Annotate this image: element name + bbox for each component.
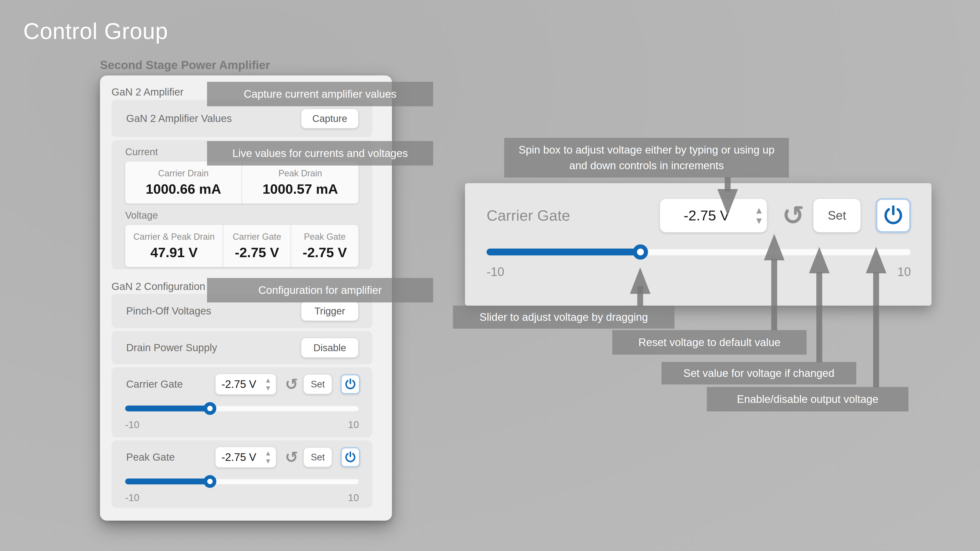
slider-max-label: 10 xyxy=(348,492,359,503)
reading-caption: Carrier Gate xyxy=(233,232,281,242)
voltage-group-label: Voltage xyxy=(125,210,372,221)
detail-carrier-gate-label: Carrier Gate xyxy=(487,207,660,224)
callout-configuration: Configuration for amplifier xyxy=(207,278,433,302)
disable-button[interactable]: Disable xyxy=(301,338,359,358)
peak-drain-cell: Peak Drain 1000.57 mA xyxy=(242,161,358,203)
slider-fill xyxy=(125,478,210,484)
carrier-gate-card: Carrier Gate -2.75 V ▲ ▼ ↺ Set -10 xyxy=(111,367,372,437)
power-icon xyxy=(882,204,905,227)
power-annotation-arrowhead xyxy=(866,247,886,273)
reading-value: -2.75 V xyxy=(235,245,279,260)
voltage-readings-grid: Carrier & Peak Drain 47.91 V Carrier Gat… xyxy=(125,225,358,267)
spin-up-icon[interactable]: ▲ xyxy=(265,450,272,457)
set-annotation-arrowhead xyxy=(809,247,830,273)
power-toggle-button[interactable] xyxy=(340,374,360,394)
carrier-peak-drain-cell: Carrier & Peak Drain 47.91 V xyxy=(125,225,223,267)
callout-slider: Slider to adjust voltage by dragging xyxy=(453,306,675,329)
spinbox-value[interactable]: -2.75 V xyxy=(660,207,753,224)
set-annotation-arrow xyxy=(816,272,822,362)
callout-set: Set value for voltage if changed xyxy=(662,362,856,384)
carrier-gate-detail-panel: Carrier Gate -2.75 V ▲ ▼ ↺ Set -10 10 xyxy=(465,183,931,306)
reading-caption: Carrier Drain xyxy=(158,168,208,178)
spin-down-icon[interactable]: ▼ xyxy=(265,458,272,465)
spin-up-icon[interactable]: ▲ xyxy=(754,206,764,215)
detail-set-button[interactable]: Set xyxy=(813,198,861,233)
spinbox-annotation-arrowhead xyxy=(718,189,738,216)
capture-button[interactable]: Capture xyxy=(301,108,359,129)
callout-reset: Reset voltage to default value xyxy=(612,330,807,355)
callout-live-values: Live values for currents and voltages xyxy=(207,141,433,165)
carrier-gate-label: Carrier Gate xyxy=(126,378,215,390)
reading-caption: Carrier & Peak Drain xyxy=(133,232,215,242)
carrier-drain-cell: Carrier Drain 1000.66 mA xyxy=(125,161,242,203)
slider-fill xyxy=(487,249,640,256)
slider-min-label: -10 xyxy=(125,492,139,503)
slider-min-label: -10 xyxy=(487,265,504,279)
slider-thumb[interactable] xyxy=(204,402,216,415)
slider-max-label: 10 xyxy=(897,265,911,279)
carrier-gate-spinbox[interactable]: -2.75 V ▲ ▼ xyxy=(215,374,276,395)
callout-enable: Enable/disable output voltage xyxy=(707,387,908,411)
current-readings-grid: Carrier Drain 1000.66 mA Peak Drain 1000… xyxy=(125,161,358,203)
slider-fill xyxy=(125,405,210,411)
peak-gate-cell: Peak Gate -2.75 V xyxy=(291,225,358,267)
reset-annotation-arrow xyxy=(771,259,777,330)
page-title: Control Group xyxy=(23,18,168,44)
values-row-label: GaN 2 Amplifier Values xyxy=(126,113,301,124)
callout-capture: Capture current amplifier values xyxy=(207,82,433,106)
reset-icon[interactable]: ↺ xyxy=(280,448,303,466)
slider-thumb[interactable] xyxy=(204,475,216,488)
drain-supply-card: Drain Power Supply Disable xyxy=(111,331,372,364)
power-toggle-button[interactable] xyxy=(340,447,360,467)
section-gan2-configuration: GaN 2 Configuration xyxy=(111,281,205,292)
panel-subtitle: Second Stage Power Amplifier xyxy=(100,58,270,72)
peak-gate-label: Peak Gate xyxy=(126,451,215,463)
reset-annotation-arrowhead xyxy=(764,234,784,260)
reset-icon[interactable]: ↺ xyxy=(280,375,303,393)
power-icon xyxy=(344,451,357,464)
spinbox-value[interactable]: -2.75 V xyxy=(216,378,262,391)
set-button[interactable]: Set xyxy=(303,447,332,467)
carrier-gate-cell: Carrier Gate -2.75 V xyxy=(223,225,291,267)
detail-voltage-slider[interactable] xyxy=(487,245,911,259)
reading-value: 1000.66 mA xyxy=(146,181,221,197)
reset-icon[interactable]: ↺ xyxy=(774,200,813,231)
set-button[interactable]: Set xyxy=(303,374,332,394)
reading-value: 1000.57 mA xyxy=(262,181,338,197)
spin-down-icon[interactable]: ▼ xyxy=(754,216,764,225)
spinbox-value[interactable]: -2.75 V xyxy=(216,451,262,463)
drain-supply-label: Drain Power Supply xyxy=(126,342,301,354)
power-icon xyxy=(344,378,357,391)
spin-up-icon[interactable]: ▲ xyxy=(265,377,272,384)
slider-max-label: 10 xyxy=(348,419,359,430)
slider-min-label: -10 xyxy=(125,419,139,430)
peak-gate-card: Peak Gate -2.75 V ▲ ▼ ↺ Set -10 xyxy=(111,440,372,508)
spin-down-icon[interactable]: ▼ xyxy=(265,385,272,392)
detail-voltage-spinbox[interactable]: -2.75 V ▲ ▼ xyxy=(660,198,767,233)
slider-thumb[interactable] xyxy=(633,245,648,260)
carrier-gate-slider[interactable] xyxy=(125,402,359,415)
callout-spinbox: Spin box to adjust voltage either by typ… xyxy=(504,138,789,178)
reading-caption: Peak Gate xyxy=(304,232,346,242)
reading-value: -2.75 V xyxy=(302,245,347,260)
peak-gate-slider[interactable] xyxy=(125,475,359,488)
slider-annotation-arrowhead xyxy=(630,267,651,294)
pinchoff-label: Pinch-Off Voltages xyxy=(126,305,301,317)
reading-caption: Peak Drain xyxy=(278,168,322,178)
trigger-button[interactable]: Trigger xyxy=(301,301,359,321)
section-gan2-amplifier: GaN 2 Amplifier xyxy=(111,86,183,98)
peak-gate-spinbox[interactable]: -2.75 V ▲ ▼ xyxy=(215,447,276,468)
power-annotation-arrow xyxy=(873,272,879,387)
detail-power-toggle-button[interactable] xyxy=(876,198,911,233)
reading-value: 47.91 V xyxy=(150,245,198,260)
